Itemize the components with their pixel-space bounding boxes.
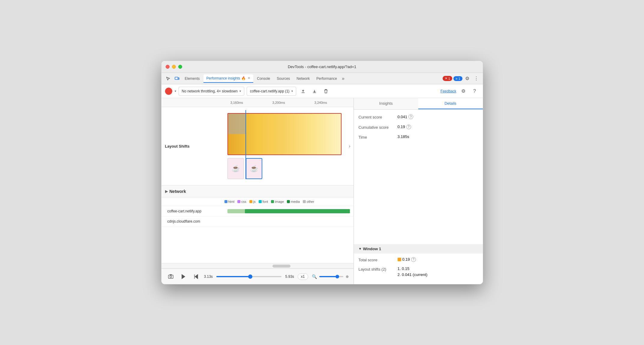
network-row-1[interactable]: coffee-cart.netlify.app	[161, 206, 354, 216]
network-legend: html css js font	[161, 197, 354, 206]
playback-slider[interactable]	[216, 276, 282, 277]
layout-shifts-content: Layout Shifts ☕	[161, 107, 354, 185]
network-section: ▶ Network html css js	[161, 185, 354, 268]
close-button[interactable]	[166, 65, 170, 69]
svg-marker-7	[195, 274, 198, 279]
network-bar-area-1	[224, 206, 354, 216]
total-score-value: 0.19 ?	[398, 257, 416, 262]
font-dot	[259, 200, 262, 203]
tab-elements[interactable]: Elements	[182, 74, 203, 83]
total-score-help-icon[interactable]: ?	[411, 257, 416, 262]
cursor-icon[interactable]	[164, 74, 172, 83]
more-tabs-button[interactable]: »	[341, 76, 346, 81]
feedback-link[interactable]: Feedback	[441, 89, 456, 93]
other-dot	[303, 200, 306, 203]
legend-css: css	[237, 200, 246, 203]
skip-start-button[interactable]	[191, 272, 200, 281]
delete-icon[interactable]	[321, 87, 330, 96]
tab-console[interactable]: Console	[254, 74, 273, 83]
traffic-lights	[166, 65, 182, 69]
thumbnail-2[interactable]: ☕	[246, 158, 262, 179]
zoom-in-icon[interactable]: ⊕	[346, 274, 349, 279]
settings-gear-icon[interactable]: ⚙	[459, 87, 468, 96]
cumulative-score-help-icon[interactable]: ?	[406, 124, 411, 129]
throttle-arrow-icon: ▾	[239, 89, 241, 93]
toolbar: ▾ No network throttling, 4× slowdown ▾ c…	[161, 84, 483, 98]
zoom-progress	[319, 276, 337, 277]
scrollbar-thumb[interactable]	[272, 265, 290, 268]
download-icon[interactable]	[310, 87, 319, 96]
time-label-detail: Time	[359, 134, 398, 140]
record-button[interactable]	[165, 88, 172, 95]
devtools-window: DevTools - coffee-cart.netlify.app/?ad=1…	[161, 61, 483, 284]
layout-shifts-row: Layout shifts (2) 1. 0.15 2. 0.041 (curr…	[359, 266, 478, 277]
settings-icon[interactable]: ⚙	[463, 74, 471, 83]
current-score-help-icon[interactable]: ?	[408, 114, 413, 119]
window-collapse-icon: ▼	[359, 247, 362, 250]
orange-square-icon	[398, 258, 401, 261]
end-time-label: 5.93s	[285, 274, 294, 279]
time-marker-3: 3,240ms	[314, 101, 327, 104]
zoom-slider[interactable]	[319, 276, 343, 277]
right-panel: Insights Details Current score 0.041 ? C…	[354, 98, 483, 284]
tab-performance-insights[interactable]: Performance insights 🔥 ✕	[203, 74, 254, 83]
upload-icon[interactable]	[299, 87, 308, 96]
playback-thumb[interactable]	[248, 274, 252, 279]
window-section[interactable]: ▼ Window 1	[354, 244, 483, 254]
shift-gradient	[228, 114, 341, 154]
thumbnail-1[interactable]: ☕	[227, 158, 244, 179]
network-collapse-icon[interactable]: ▶	[165, 189, 168, 194]
layout-shifts-timeline[interactable]: ☕ ☕	[224, 107, 345, 185]
cumulative-score-value: 0.19 ?	[398, 124, 411, 129]
shift-gray-area	[228, 114, 246, 134]
error-badge[interactable]: ✕ 1	[443, 76, 452, 81]
speed-badge[interactable]: x1	[298, 273, 308, 280]
message-badge[interactable]: ≡ 1	[453, 76, 462, 81]
url-arrow-icon: ▾	[291, 89, 293, 93]
play-button[interactable]	[179, 272, 188, 281]
collapse-right-icon[interactable]: ›	[349, 144, 351, 148]
tab-close-icon[interactable]: ✕	[248, 76, 250, 80]
throttle-dropdown[interactable]: No network throttling, 4× slowdown ▾	[179, 87, 244, 96]
total-score-label: Total score	[359, 257, 398, 263]
message-icon: ≡	[456, 77, 457, 80]
tab-badges: ✕ 1 ≡ 1	[443, 76, 462, 81]
network-rows: coffee-cart.netlify.app cdnjs.cloudflare…	[161, 206, 354, 263]
thumbnail-row: ☕ ☕	[227, 158, 262, 179]
minimize-button[interactable]	[172, 65, 176, 69]
legend-image: image	[271, 200, 284, 203]
tab-network[interactable]: Network	[293, 74, 313, 83]
main-area: 3,160ms 3,200ms 3,240ms 3,280ms Layout S…	[161, 98, 483, 284]
zoom-out-icon[interactable]: 🔍	[312, 274, 317, 279]
horizontal-scrollbar[interactable]	[161, 263, 354, 268]
time-row: Time 3.185s	[359, 134, 478, 140]
total-score-row: Total score 0.19 ?	[359, 257, 478, 263]
more-options-icon[interactable]: ⋮	[472, 74, 480, 83]
left-panel: 3,160ms 3,200ms 3,240ms 3,280ms Layout S…	[161, 98, 354, 284]
insights-tabs: Insights Details	[354, 98, 483, 110]
layout-shifts-section: Layout Shifts ☕	[161, 107, 354, 185]
timeline-header: 3,160ms 3,200ms 3,240ms 3,280ms	[161, 98, 354, 107]
current-score-row: Current score 0.041 ?	[359, 114, 478, 120]
network-bar-area-2	[224, 216, 354, 226]
svg-point-3	[170, 276, 172, 278]
maximize-button[interactable]	[178, 65, 182, 69]
layout-shifts-label: Layout Shifts	[165, 144, 222, 148]
tab-details[interactable]: Details	[418, 98, 483, 109]
device-icon[interactable]	[173, 74, 181, 83]
url-dropdown[interactable]: coffee-cart.netlify.app (1) ▾	[247, 87, 296, 96]
image-dot	[271, 200, 274, 203]
help-icon[interactable]: ?	[470, 87, 479, 96]
record-dropdown-icon[interactable]: ▾	[175, 89, 176, 93]
network-label: Network	[170, 189, 186, 194]
time-value: 3.185s	[398, 134, 409, 139]
screenshot-icon[interactable]	[166, 272, 175, 281]
tab-insights[interactable]: Insights	[354, 98, 418, 109]
details-content: Current score 0.041 ? Cumulative score 0…	[354, 110, 483, 244]
tab-performance[interactable]: Performance	[313, 74, 340, 83]
css-dot	[237, 200, 240, 203]
zoom-thumb[interactable]	[336, 275, 339, 278]
tab-sources[interactable]: Sources	[274, 74, 293, 83]
network-row-2[interactable]: cdnjs.cloudflare.com	[161, 216, 354, 226]
bar-dark-1	[245, 209, 350, 213]
